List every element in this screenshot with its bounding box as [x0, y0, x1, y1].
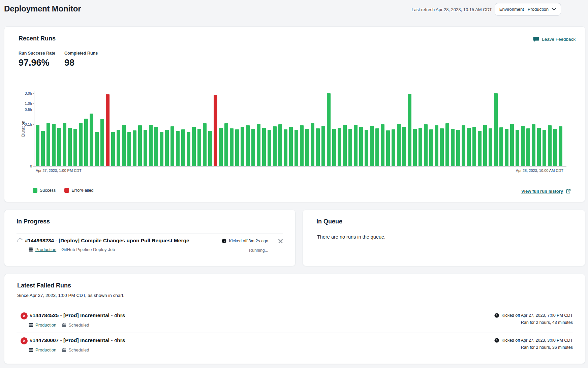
completed-runs-stat: Completed Runs 98 — [64, 51, 98, 68]
kicked-off-label: Kicked off 3m 2s ago — [229, 239, 268, 243]
chart-bar — [149, 125, 153, 166]
calendar-icon — [62, 348, 66, 352]
chart-bar — [494, 93, 498, 166]
environment-dropdown[interactable]: Environment Production — [495, 3, 561, 16]
chart-bar — [343, 125, 347, 166]
leave-feedback-link[interactable]: Leave Feedback — [533, 36, 576, 42]
chart-bar — [197, 129, 201, 166]
failed-run-subrow: Production Scheduled — [29, 347, 89, 352]
chart-bar — [295, 130, 298, 166]
chart-bar — [63, 123, 66, 166]
failed-run-kicked-off: Kicked off Apr 27, 2023, 3:00 PM CDT — [494, 338, 573, 343]
failed-runs-title: Latest Failed Runs — [17, 282, 71, 289]
x-axis-start-label: Apr 27, 2023, 1:00 PM CDT — [36, 168, 82, 173]
chart-bar — [278, 124, 282, 166]
chart-bar — [90, 114, 93, 166]
failed-run-subrow: Production Scheduled — [29, 323, 89, 328]
chart-bar — [381, 124, 384, 166]
chart-bar — [321, 126, 325, 166]
in-progress-kicked-off: Kicked off 3m 2s ago — [222, 239, 268, 243]
failed-swatch-icon — [64, 188, 69, 193]
run-success-rate-label: Run Success Rate — [19, 51, 55, 56]
chart-bar — [165, 130, 169, 166]
page-header: Deployment Monitor Last refresh Apr 28, … — [0, 0, 588, 22]
y-axis-tick-label: 1.0h — [16, 101, 32, 105]
chart-bar — [338, 128, 341, 166]
failed-run-title: #144730007 - [Prod] Incremental - 4hrs — [30, 337, 125, 343]
chart-bar — [483, 125, 487, 166]
in-queue-empty-message: There are no runs in the queue. — [317, 234, 385, 240]
page-title: Deployment Monitor — [4, 4, 81, 13]
latest-failed-runs-card: Latest Failed Runs Since Apr 27, 2023, 1… — [4, 274, 585, 364]
chart-bar — [284, 129, 287, 166]
chart-bar — [111, 132, 115, 166]
environment-link[interactable]: Production — [35, 323, 56, 328]
chart-bar — [467, 128, 471, 166]
chart-bar — [316, 128, 320, 166]
in-progress-card: In Progress #144998234 - [Deploy] Compil… — [4, 210, 296, 266]
chart-bar — [397, 124, 401, 166]
chart-bar — [532, 124, 535, 166]
chart-bar — [489, 128, 492, 166]
chart-bar — [289, 127, 293, 166]
environment-link[interactable]: Production — [35, 347, 56, 352]
running-status: Running... — [249, 248, 268, 253]
legend-failed-label: Error/Failed — [71, 188, 93, 193]
chart-bar — [526, 128, 530, 166]
legend-item-success: Success — [33, 188, 56, 193]
chart-bar — [230, 128, 234, 166]
chart-bar — [348, 129, 352, 166]
run-success-rate-value: 97.96% — [19, 58, 55, 68]
chart-bar — [257, 124, 260, 166]
chart-bar — [429, 129, 433, 166]
chart-bar — [106, 94, 110, 166]
y-axis-tick-label: 0 — [16, 164, 32, 168]
environment-link[interactable]: Production — [35, 247, 56, 252]
chart-bar — [543, 130, 546, 166]
failed-runs-subtitle: Since Apr 27, 2023, 1:00 PM CDT, as show… — [17, 293, 124, 298]
chart-bar — [440, 128, 444, 166]
in-progress-title: In Progress — [17, 218, 50, 225]
divider — [17, 333, 573, 333]
cancel-run-button[interactable] — [278, 239, 283, 244]
chart-bar — [327, 93, 331, 166]
failed-run-title: #144784525 - [Prod] Incremental - 4hrs — [30, 312, 125, 318]
schedule-group: Scheduled — [62, 323, 89, 328]
chart-bar — [365, 130, 368, 166]
chart-bar — [300, 125, 304, 166]
chart-bar — [510, 124, 514, 166]
legend-success-label: Success — [40, 188, 56, 193]
success-swatch-icon — [33, 188, 37, 193]
in-progress-run-subrow: Production GitHub Pipeline Deploy Job — [29, 247, 115, 252]
chart-bar — [386, 130, 390, 166]
chart-bar — [305, 129, 309, 166]
chart-bar — [219, 128, 223, 166]
chart-bar — [122, 125, 126, 166]
divider — [17, 234, 283, 234]
database-icon — [29, 323, 33, 327]
chart-bar — [144, 130, 147, 166]
chart-bars — [36, 91, 564, 166]
chart-bar — [246, 125, 250, 166]
chart-bar — [52, 124, 56, 166]
error-badge-icon: ✕ — [21, 312, 28, 319]
chart-bar — [181, 129, 185, 166]
view-full-run-history-link[interactable]: View full run history — [521, 189, 571, 194]
schedule-label: Scheduled — [68, 323, 89, 328]
chart-bar — [499, 127, 503, 166]
y-axis-title: Duration — [21, 109, 26, 149]
database-icon — [29, 348, 33, 352]
chart-bar — [370, 126, 374, 166]
chart-bar — [47, 123, 50, 166]
x-axis-end-label: Apr 28, 2023, 10:00 AM CDT — [516, 168, 563, 173]
chart-legend: Success Error/Failed — [33, 188, 94, 193]
kicked-off-label: Kicked off Apr 27, 2023, 7:00 PM CDT — [501, 313, 573, 318]
completed-runs-label: Completed Runs — [64, 51, 98, 56]
in-queue-card: In Queue There are no runs in the queue. — [303, 210, 585, 266]
kicked-off-label: Kicked off Apr 27, 2023, 3:00 PM CDT — [501, 338, 573, 343]
error-badge-icon: ✕ — [21, 337, 28, 344]
chart-bar — [521, 126, 525, 166]
chart-bar — [408, 94, 411, 166]
chart-bar — [553, 129, 557, 166]
clock-icon — [494, 338, 499, 343]
